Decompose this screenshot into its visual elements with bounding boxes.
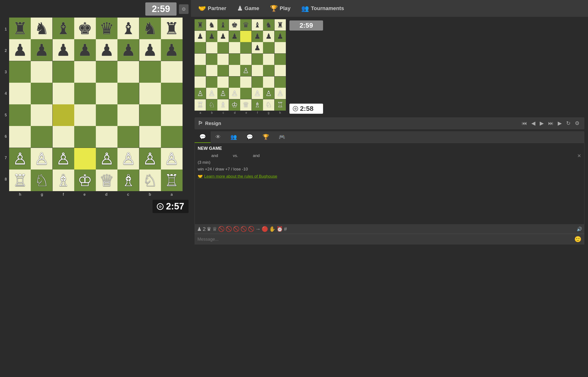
board-cell[interactable] xyxy=(139,83,161,104)
tab-chat[interactable]: 💬 xyxy=(195,131,211,143)
board-cell[interactable]: ♟ xyxy=(74,39,96,61)
mini-board-cell[interactable]: ♟ xyxy=(252,42,263,53)
mini-board-cell[interactable]: ♞ xyxy=(263,19,274,31)
mini-board-cell[interactable] xyxy=(195,42,206,53)
mini-board-cell[interactable] xyxy=(206,42,217,53)
board-cell[interactable] xyxy=(139,126,161,148)
board-cell[interactable] xyxy=(161,104,183,126)
board-cell[interactable]: ♟ xyxy=(161,39,183,61)
mini-board-cell[interactable] xyxy=(229,76,240,88)
emoji-no4[interactable]: 🚫 xyxy=(240,226,247,232)
mini-board-cell[interactable]: ♗ xyxy=(217,99,229,111)
board-cell[interactable] xyxy=(31,104,52,126)
first-move-button[interactable]: ⏮ xyxy=(520,119,528,128)
emoji-queen-black[interactable]: ♛ xyxy=(207,226,211,232)
emoji-pawn[interactable]: ♟ xyxy=(197,226,202,232)
board-cell[interactable] xyxy=(9,83,31,104)
mini-board-cell[interactable] xyxy=(275,65,286,76)
board-cell[interactable] xyxy=(96,61,117,83)
board-cell[interactable] xyxy=(117,126,139,148)
emoji-hand[interactable]: ✋ xyxy=(269,226,276,232)
repeat-button[interactable]: ↻ xyxy=(565,119,572,128)
board-cell[interactable]: ♔ xyxy=(74,169,96,191)
play-button[interactable]: ▶ xyxy=(556,119,563,128)
emoji-no2[interactable]: 🚫 xyxy=(226,226,232,232)
mini-board-cell[interactable] xyxy=(240,88,252,99)
board-cell[interactable]: ♛ xyxy=(96,18,117,39)
board-settings-button[interactable]: ⚙ xyxy=(573,119,581,128)
board-cell[interactable] xyxy=(31,83,52,104)
board-cell[interactable]: ♗ xyxy=(117,169,139,191)
mini-board-cell[interactable]: ♕ xyxy=(240,99,252,111)
emoji-no5[interactable]: 🚫 xyxy=(248,226,254,232)
board-cell[interactable] xyxy=(9,61,31,83)
mini-board-cell[interactable]: ♖ xyxy=(275,99,286,111)
board-cell[interactable]: ♜ xyxy=(9,18,31,39)
mini-board-cell[interactable]: ♝ xyxy=(252,19,263,31)
board-cell[interactable] xyxy=(74,61,96,83)
mini-board-cell[interactable] xyxy=(229,54,240,65)
mini-board-cell[interactable]: ♗ xyxy=(252,99,263,111)
board-cell[interactable]: ♙ xyxy=(31,148,52,169)
tab-game[interactable]: 🎮 xyxy=(274,131,290,143)
tab-trophy[interactable]: 🏆 xyxy=(258,131,274,143)
mini-board-cell[interactable] xyxy=(275,42,286,53)
board-cell[interactable]: ♟ xyxy=(139,39,161,61)
emoji-queen-white[interactable]: ♕ xyxy=(212,226,217,232)
board-cell[interactable]: ♗ xyxy=(53,169,74,191)
board-cell[interactable]: ♜ xyxy=(161,18,183,39)
mini-board-cell[interactable] xyxy=(217,54,229,65)
mini-board-cell[interactable]: ♟ xyxy=(252,31,263,42)
board-cell[interactable] xyxy=(96,83,117,104)
mini-board-cell[interactable]: ♙ xyxy=(229,88,240,99)
mini-board-cell[interactable] xyxy=(263,54,274,65)
mini-board-cell[interactable] xyxy=(229,42,240,53)
emoji-2[interactable]: 2 xyxy=(203,226,206,232)
board-cell[interactable]: ♟ xyxy=(117,39,139,61)
board-cell[interactable] xyxy=(117,104,139,126)
mini-board-cell[interactable] xyxy=(275,54,286,65)
board-cell[interactable] xyxy=(161,83,183,104)
mini-board-cell[interactable]: ♜ xyxy=(275,19,286,31)
mini-board-cell[interactable] xyxy=(240,31,252,42)
mini-board-cell[interactable] xyxy=(263,76,274,88)
mini-board-cell[interactable] xyxy=(195,54,206,65)
board-cell[interactable]: ♙ xyxy=(117,148,139,169)
mini-board-cell[interactable] xyxy=(217,76,229,88)
board-cell[interactable]: ♙ xyxy=(9,148,31,169)
board-cell[interactable]: ♖ xyxy=(161,169,183,191)
emoji-arrow[interactable]: → xyxy=(255,226,261,232)
emoji-hash[interactable]: # xyxy=(284,226,287,232)
board-cell[interactable] xyxy=(74,148,96,169)
mini-board-cell[interactable]: ♘ xyxy=(263,99,274,111)
board-cell[interactable] xyxy=(74,83,96,104)
mini-board-cell[interactable] xyxy=(240,54,252,65)
mini-board-cell[interactable] xyxy=(252,54,263,65)
tab-spectate[interactable]: 👁 xyxy=(211,131,226,143)
next-move-button[interactable]: ▶ xyxy=(538,119,545,128)
mini-board-cell[interactable] xyxy=(263,65,274,76)
emoji-red[interactable]: 🔴 xyxy=(262,226,268,232)
mini-board-cell[interactable]: ♞ xyxy=(206,19,217,31)
mini-chess-board[interactable]: ♜♞♝♚♛♝♞♜♟♟♟♟♟♟♟♟♙♙♙♙♙♙♙♙♖♘♗♔♕♗♘♖ xyxy=(195,19,286,111)
board-cell[interactable] xyxy=(74,104,96,126)
nav-partner[interactable]: 🤝 Partner xyxy=(193,2,231,15)
mini-board-cell[interactable]: ♘ xyxy=(206,99,217,111)
mini-board-cell[interactable]: ♙ xyxy=(240,65,252,76)
last-move-button[interactable]: ⏭ xyxy=(547,119,555,128)
mini-board-cell[interactable]: ♛ xyxy=(240,19,252,31)
mini-board-cell[interactable]: ♔ xyxy=(229,99,240,111)
board-cell[interactable]: ♞ xyxy=(31,18,52,39)
mini-board-cell[interactable]: ♟ xyxy=(275,31,286,42)
board-cell[interactable] xyxy=(139,104,161,126)
board-cell[interactable]: ♖ xyxy=(9,169,31,191)
emoji-no3[interactable]: 🚫 xyxy=(233,226,239,232)
board-cell[interactable] xyxy=(9,126,31,148)
mini-board-cell[interactable] xyxy=(240,76,252,88)
emoji-no1[interactable]: 🚫 xyxy=(218,226,225,232)
board-cell[interactable] xyxy=(117,83,139,104)
mini-board-cell[interactable] xyxy=(275,76,286,88)
board-cell[interactable]: ♝ xyxy=(117,18,139,39)
board-cell[interactable] xyxy=(139,61,161,83)
mini-board-cell[interactable]: ♚ xyxy=(229,19,240,31)
